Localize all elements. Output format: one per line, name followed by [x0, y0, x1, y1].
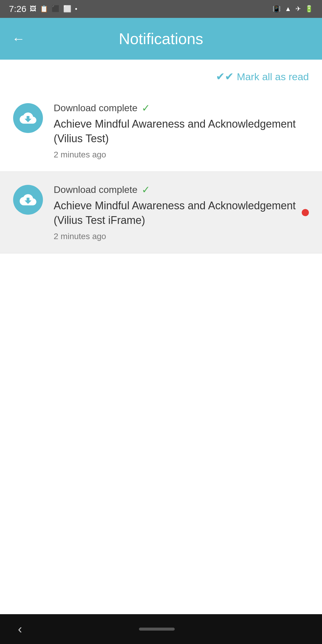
page-title: Notifications	[34, 30, 288, 48]
doc-icon: 📋	[40, 5, 48, 13]
notification-content: Download complete ✓ Achieve Mindful Awar…	[54, 102, 309, 160]
notification-status-row: Download complete ✓	[54, 102, 309, 114]
complete-check-icon: ✓	[142, 102, 150, 114]
notification-icon-circle	[13, 185, 43, 215]
double-check-icon: ✔✔	[216, 70, 234, 83]
notification-title: Achieve Mindful Awareness and Acknowledg…	[54, 199, 309, 227]
bottom-nav-bar: ‹	[0, 614, 322, 644]
app-bar: ← Notifications	[0, 18, 322, 60]
notification-time: 2 minutes ago	[54, 232, 309, 241]
dot-icon: •	[75, 5, 77, 13]
status-bar: 7:26 🖼 📋 ⬛ ⬜ • 📳 ▲ ✈ 🔋	[0, 0, 322, 18]
vibrate-icon: 📳	[273, 5, 281, 13]
mark-all-row: ✔✔ Mark all as read	[0, 60, 322, 90]
square-icon: ⬛	[52, 5, 60, 13]
battery-icon: 🔋	[305, 5, 313, 13]
download-cloud-icon	[20, 191, 36, 208]
photo-icon: 🖼	[30, 5, 36, 13]
square2-icon: ⬜	[63, 5, 71, 13]
notification-status-row: Download complete ✓	[54, 184, 309, 196]
notification-status-text: Download complete	[54, 184, 137, 195]
airplane-icon: ✈	[295, 5, 301, 13]
system-back-button[interactable]: ‹	[18, 622, 22, 636]
status-bar-left: 7:26 🖼 📋 ⬛ ⬜ •	[9, 4, 77, 14]
notification-content: Download complete ✓ Achieve Mindful Awar…	[54, 184, 309, 241]
mark-all-read-label: Mark all as read	[237, 71, 309, 83]
notification-title: Achieve Mindful Awareness and Acknowledg…	[54, 117, 309, 146]
unread-indicator	[302, 209, 309, 216]
notification-status-text: Download complete	[54, 103, 137, 114]
notification-time: 2 minutes ago	[54, 150, 309, 160]
notification-item[interactable]: Download complete ✓ Achieve Mindful Awar…	[0, 172, 322, 253]
notification-item[interactable]: Download complete ✓ Achieve Mindful Awar…	[0, 90, 322, 172]
status-time: 7:26	[9, 4, 26, 14]
content-area	[0, 352, 322, 614]
notification-icon-circle	[13, 103, 43, 133]
download-cloud-icon	[20, 110, 36, 126]
wifi-icon: ▲	[285, 5, 291, 13]
home-pill[interactable]	[139, 628, 175, 631]
status-bar-right: 📳 ▲ ✈ 🔋	[273, 5, 313, 13]
back-button[interactable]: ←	[12, 32, 25, 45]
mark-all-read-button[interactable]: ✔✔ Mark all as read	[216, 70, 309, 83]
complete-check-icon: ✓	[142, 184, 150, 196]
notifications-list: Download complete ✓ Achieve Mindful Awar…	[0, 90, 322, 352]
